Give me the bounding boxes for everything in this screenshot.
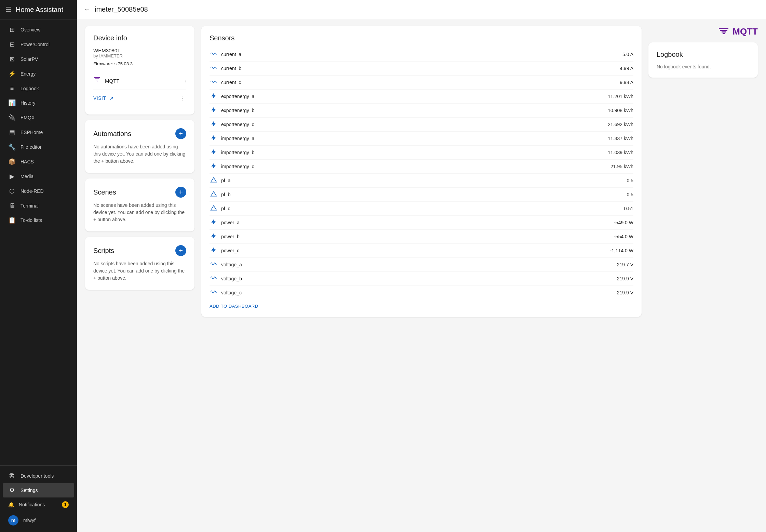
sidebar-item-logbook[interactable]: ≡ Logbook: [3, 81, 74, 95]
scenes-empty: No scenes have been added using this dev…: [93, 202, 186, 223]
sensor-value: 11.039 kWh: [608, 150, 633, 155]
sidebar-footer: 🛠 Developer tools ⚙ Settings 🔔 Notificat…: [0, 465, 77, 532]
sensor-row[interactable]: pf_a 0.5: [210, 174, 633, 188]
sensor-row[interactable]: pf_c 0.51: [210, 202, 633, 216]
sidebar-label-emqx: EMQX: [21, 115, 35, 120]
triangle-sensor-icon: [210, 176, 218, 185]
sidebar-item-emqx[interactable]: 🔌 EMQX: [3, 110, 74, 125]
sidebar-item-powercontrol[interactable]: ⊟ PowerControl: [3, 37, 74, 52]
back-button[interactable]: ←: [84, 5, 91, 13]
sensor-row[interactable]: current_a 5.0 A: [210, 48, 633, 62]
sensor-value: 11.201 kWh: [608, 94, 633, 99]
sidebar-item-todo[interactable]: 📋 To-do lists: [3, 213, 74, 227]
sidebar-item-notifications[interactable]: 🔔 Notifications 1: [3, 498, 74, 511]
sidebar-item-energy[interactable]: ⚡ Energy: [3, 67, 74, 81]
add-automation-button[interactable]: +: [175, 128, 186, 139]
sidebar-label-logbook: Logbook: [21, 86, 39, 91]
sensor-value: 11.337 kWh: [608, 136, 633, 141]
sensor-row[interactable]: voltage_c 219.9 V: [210, 286, 633, 300]
sensor-name: voltage_a: [221, 262, 614, 267]
automations-title: Automations: [93, 130, 175, 138]
sidebar-label-hacs: HACS: [21, 159, 34, 164]
sidebar-item-developer-tools[interactable]: 🛠 Developer tools: [3, 469, 74, 483]
sensor-row[interactable]: exportenergy_a 11.201 kWh: [210, 90, 633, 104]
sensor-row[interactable]: importenergy_c 21.95 kWh: [210, 160, 633, 174]
mqtt-logo-area: MQTT: [648, 26, 758, 37]
sidebar-item-hacs[interactable]: 📦 HACS: [3, 155, 74, 169]
sensor-row[interactable]: voltage_a 219.7 V: [210, 258, 633, 272]
sensor-row[interactable]: importenergy_b 11.039 kWh: [210, 146, 633, 160]
sensor-row[interactable]: current_c 9.98 A: [210, 76, 633, 90]
sidebar-user[interactable]: m miwyf: [3, 512, 74, 529]
left-column: Device info WEM3080T by IAMMETER Firmwar…: [85, 26, 194, 290]
sensor-name: exportenergy_a: [221, 94, 604, 99]
scripts-card: Scripts + No scripts have been added usi…: [85, 237, 194, 290]
sensor-row[interactable]: power_a -549.0 W: [210, 216, 633, 230]
sensor-name: voltage_c: [221, 290, 614, 295]
sensor-name: exportenergy_c: [221, 122, 604, 127]
sensor-row[interactable]: voltage_b 219.9 V: [210, 272, 633, 286]
sensor-row[interactable]: importenergy_a 11.337 kWh: [210, 132, 633, 146]
sidebar-label-powercontrol: PowerControl: [21, 42, 50, 47]
sensor-value: 4.99 A: [620, 66, 633, 71]
layers-icon: ▤: [8, 129, 16, 136]
sidebar-item-settings[interactable]: ⚙ Settings: [3, 483, 74, 497]
sidebar-item-terminal[interactable]: 🖥 Terminal: [3, 199, 74, 213]
sidebar-item-overview[interactable]: ⊞ Overview: [3, 23, 74, 37]
sidebar-label-energy: Energy: [21, 71, 36, 77]
play-icon: ▶: [8, 173, 16, 180]
sensor-row[interactable]: pf_b 0.5: [210, 188, 633, 202]
logbook-card: Logbook No logbook events found.: [648, 42, 758, 78]
sensor-row[interactable]: exportenergy_b 10.908 kWh: [210, 104, 633, 118]
sidebar-label-media: Media: [21, 174, 33, 179]
sensor-name: power_c: [221, 248, 607, 253]
node-icon: ⬡: [8, 187, 16, 195]
menu-icon[interactable]: ☰: [5, 5, 12, 14]
sine-sensor-icon: [210, 275, 218, 283]
add-to-dashboard-button[interactable]: ADD TO DASHBOARD: [210, 300, 258, 309]
plug-icon: 🔌: [8, 114, 16, 121]
bolt-sensor-icon: [210, 232, 218, 241]
sine-sensor-icon: [210, 289, 218, 297]
sensor-row[interactable]: power_b -554.0 W: [210, 230, 633, 244]
mqtt-logo: MQTT: [718, 26, 758, 37]
sidebar-label-terminal: Terminal: [21, 203, 39, 209]
logbook-title: Logbook: [657, 51, 750, 58]
sidebar-item-solarpv[interactable]: ⊠ SolarPV: [3, 52, 74, 66]
sensor-row[interactable]: power_c -1,114.0 W: [210, 244, 633, 258]
logbook-empty: No logbook events found.: [657, 64, 750, 69]
sidebar-label-developer-tools: Developer tools: [21, 473, 54, 479]
sensors-title: Sensors: [210, 34, 633, 42]
middle-column: Sensors current_a 5.0 A current_b 4.99 A…: [201, 26, 642, 317]
todo-icon: 📋: [8, 216, 16, 224]
sidebar-item-esphome[interactable]: ▤ ESPHome: [3, 125, 74, 139]
sensor-row[interactable]: current_b 4.99 A: [210, 62, 633, 76]
bolt-sensor-icon: [210, 148, 218, 157]
visit-row[interactable]: VISIT ↗ ⋮: [93, 90, 186, 106]
wave-sensor-icon: [210, 64, 218, 72]
sidebar: ☰ Home Assistant ⊞ Overview ⊟ PowerContr…: [0, 0, 77, 532]
sensor-name: importenergy_c: [221, 164, 607, 169]
avatar: m: [8, 515, 18, 526]
add-script-button[interactable]: +: [175, 245, 186, 256]
sensor-name: exportenergy_b: [221, 108, 604, 113]
sidebar-item-node-red[interactable]: ⬡ Node-RED: [3, 184, 74, 198]
more-options-icon[interactable]: ⋮: [179, 94, 186, 102]
sidebar-item-history[interactable]: 📊 History: [3, 96, 74, 110]
triangle-sensor-icon: [210, 204, 218, 213]
add-scene-button[interactable]: +: [175, 187, 186, 198]
device-firmware: Firmware: s.75.03.3: [93, 61, 186, 66]
sensor-value: 0.5: [627, 192, 633, 197]
device-info-card: Device info WEM3080T by IAMMETER Firmwar…: [85, 26, 194, 115]
sensors-list: current_a 5.0 A current_b 4.99 A current…: [210, 48, 633, 300]
sidebar-label-settings: Settings: [21, 488, 38, 493]
mqtt-integration-row[interactable]: MQTT ›: [93, 72, 186, 90]
sidebar-label-node-red: Node-RED: [21, 188, 44, 194]
sidebar-item-media[interactable]: ▶ Media: [3, 169, 74, 184]
sensor-row[interactable]: exportenergy_c 21.692 kWh: [210, 118, 633, 132]
visit-link: VISIT: [93, 95, 106, 101]
sensor-name: current_c: [221, 80, 616, 85]
sidebar-item-file-editor[interactable]: 🔧 File editor: [3, 140, 74, 154]
svg-marker-1: [211, 191, 217, 196]
sidebar-label-solarpv: SolarPV: [21, 56, 38, 62]
